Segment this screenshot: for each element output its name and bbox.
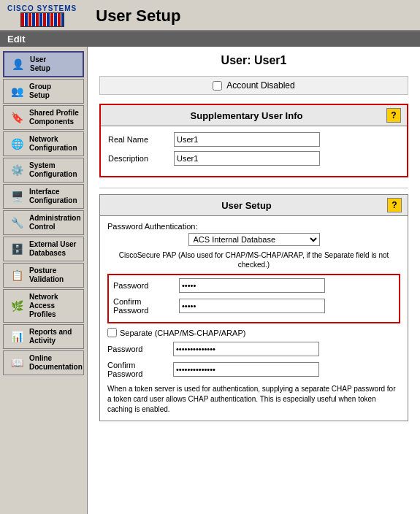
chap-password-label: Password	[107, 345, 173, 353]
edit-bar: Edit	[0, 31, 420, 47]
user-title: User: User1	[99, 54, 408, 67]
supplementary-header: Supplementary User Info ?	[101, 105, 407, 126]
description-row: Description	[108, 151, 400, 166]
logo-area: CISCO SYSTEMS	[7, 4, 77, 27]
user-setup-help-icon[interactable]: ?	[387, 198, 402, 212]
password-auth-select-wrapper: ACS Internal Database RADIUS TACACS+	[107, 233, 400, 246]
content-area: User: User1 Account Disabled Supplementa…	[88, 47, 420, 514]
interface-config-icon: 🖥️	[8, 188, 26, 205]
main-layout: 👤 UserSetup 👥 GroupSetup 🔖 Shared Profil…	[0, 47, 420, 514]
confirm-password-label: ConfirmPassword	[113, 297, 179, 315]
online-docs-icon: 📖	[8, 354, 26, 372]
account-disabled-row: Account Disabled	[99, 76, 408, 95]
sidebar-item-network-access[interactable]: 🌿 Network AccessProfiles	[3, 289, 84, 323]
chap-confirm-input[interactable]	[173, 362, 319, 377]
real-name-input[interactable]	[174, 132, 320, 147]
supplementary-help-icon[interactable]: ?	[386, 108, 401, 123]
chap-confirm-label: ConfirmPassword	[107, 361, 173, 378]
sidebar-item-admin-control[interactable]: 🔧 AdministrationControl	[3, 210, 84, 235]
real-name-row: Real Name	[108, 132, 400, 147]
section-divider	[99, 188, 408, 188]
supplementary-title: Supplementary User Info	[107, 110, 386, 121]
sidebar-item-reports[interactable]: 📊 Reports andActivity	[3, 324, 84, 349]
confirm-password-input[interactable]	[179, 299, 325, 313]
sidebar-label-posture: PostureValidation	[29, 266, 64, 284]
sidebar-item-group-setup[interactable]: 👥 GroupSetup	[3, 79, 84, 104]
sidebar-item-system-config[interactable]: ⚙️ SystemConfiguration	[3, 158, 84, 183]
user-setup-header: User Setup ?	[100, 195, 408, 216]
sidebar-label-network-access: Network AccessProfiles	[29, 293, 79, 319]
chap-info-text: CiscoSecure PAP (Also used for CHAP/MS-C…	[107, 250, 400, 269]
token-info-text: When a token server is used for authenti…	[107, 384, 400, 415]
password-input[interactable]	[179, 278, 325, 293]
group-setup-icon: 👥	[8, 83, 26, 100]
sidebar: 👤 UserSetup 👥 GroupSetup 🔖 Shared Profil…	[0, 47, 88, 514]
user-setup-title: User Setup	[106, 200, 387, 211]
external-user-icon: 🗄️	[8, 240, 26, 258]
sidebar-label-online-docs: OnlineDocumentation	[29, 354, 83, 372]
password-auth-select[interactable]: ACS Internal Database RADIUS TACACS+	[188, 233, 320, 246]
system-config-icon: ⚙️	[8, 161, 26, 179]
logo-text: CISCO SYSTEMS	[7, 4, 77, 12]
sidebar-item-external-user[interactable]: 🗄️ External UserDatabases	[3, 237, 84, 261]
page-title: User Setup	[96, 7, 180, 26]
password-auth-row: Password Authentication: ACS Internal Da…	[107, 222, 400, 246]
page-header: CISCO SYSTEMS User Setup	[0, 0, 420, 31]
edit-label: Edit	[7, 34, 26, 45]
separate-checkbox[interactable]	[107, 328, 117, 337]
user-setup-icon: 👤	[9, 55, 26, 73]
chap-confirm-row: ConfirmPassword	[107, 361, 400, 378]
chap-password-row: Password	[107, 342, 400, 356]
account-disabled-checkbox[interactable]	[213, 81, 222, 91]
sidebar-label-interface-config: InterfaceConfiguration	[29, 188, 77, 205]
sidebar-label-group-setup: GroupSetup	[29, 83, 51, 100]
sidebar-item-interface-config[interactable]: 🖥️ InterfaceConfiguration	[3, 184, 84, 209]
description-label: Description	[108, 154, 174, 163]
sidebar-label-shared-profile: Shared ProfileComponents	[29, 109, 79, 126]
separate-label: Separate (CHAP/MS-CHAP/ARAP)	[120, 329, 245, 337]
posture-icon: 📋	[8, 266, 26, 284]
description-input[interactable]	[174, 151, 320, 166]
network-access-icon: 🌿	[8, 297, 26, 315]
sidebar-item-posture[interactable]: 📋 PostureValidation	[3, 263, 84, 288]
sidebar-item-online-docs[interactable]: 📖 OnlineDocumentation	[3, 350, 84, 375]
network-config-icon: 🌐	[8, 135, 26, 153]
real-name-label: Real Name	[108, 135, 174, 144]
account-disabled-label: Account Disabled	[226, 80, 294, 91]
supplementary-section: Supplementary User Info ? Real Name Desc…	[99, 104, 408, 177]
sidebar-item-shared-profile[interactable]: 🔖 Shared ProfileComponents	[3, 105, 84, 130]
logo-image	[20, 12, 64, 27]
sidebar-label-system-config: SystemConfiguration	[29, 161, 77, 179]
sidebar-label-network-config: NetworkConfiguration	[29, 135, 77, 153]
user-setup-body: Password Authentication: ACS Internal Da…	[100, 216, 408, 421]
reports-icon: 📊	[8, 328, 26, 345]
password-row: Password	[113, 278, 394, 293]
admin-control-icon: 🔧	[8, 214, 26, 231]
user-setup-section: User Setup ? Password Authentication: AC…	[99, 194, 408, 421]
password-auth-label: Password Authentication:	[107, 222, 400, 231]
separate-checkbox-row: Separate (CHAP/MS-CHAP/ARAP)	[107, 328, 400, 337]
chap-password-input[interactable]	[173, 342, 319, 356]
supplementary-body: Real Name Description	[101, 126, 407, 176]
sidebar-label-user-setup: UserSetup	[30, 55, 50, 73]
sidebar-label-external-user: External UserDatabases	[29, 240, 76, 258]
sidebar-label-reports: Reports andActivity	[29, 328, 72, 345]
password-highlight-box: Password ConfirmPassword	[107, 274, 400, 323]
shared-profile-icon: 🔖	[8, 109, 26, 126]
password-label: Password	[113, 281, 179, 290]
sidebar-label-admin-control: AdministrationControl	[29, 214, 81, 231]
sidebar-item-user-setup[interactable]: 👤 UserSetup	[3, 51, 84, 77]
confirm-password-row: ConfirmPassword	[113, 297, 394, 315]
sidebar-item-network-config[interactable]: 🌐 NetworkConfiguration	[3, 131, 84, 156]
